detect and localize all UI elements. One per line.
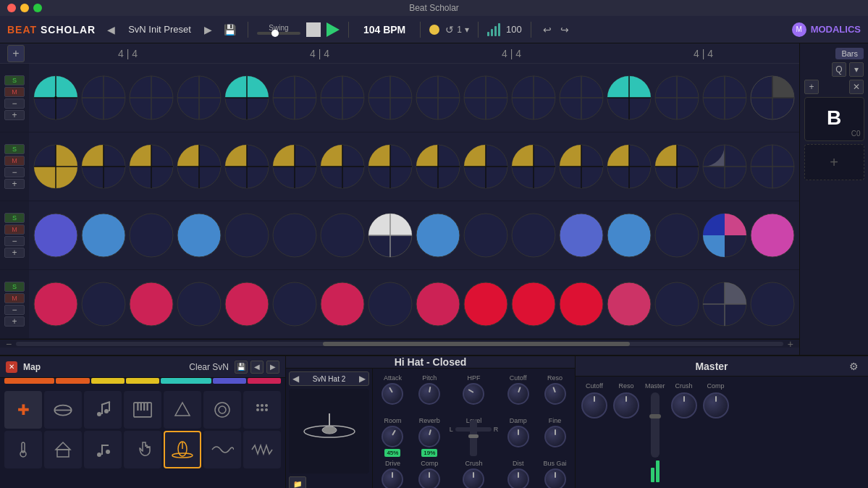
pad-2-5[interactable] — [272, 213, 317, 258]
bpm-display[interactable]: 104 BPM — [358, 24, 411, 35]
pad-0-5[interactable] — [272, 75, 317, 120]
pad-2-10[interactable] — [511, 213, 556, 258]
pad-0-15[interactable] — [750, 75, 795, 120]
mute-button-0[interactable]: M — [4, 87, 25, 97]
sb-cell-circle[interactable] — [203, 391, 241, 429]
pad-1-2[interactable] — [129, 144, 174, 189]
pad-0-11[interactable] — [559, 75, 604, 120]
swing-slider[interactable] — [257, 32, 300, 35]
sb-cell-triangle[interactable] — [164, 391, 201, 429]
pad-2-2[interactable] — [129, 213, 174, 258]
rp-add-btn[interactable]: + — [804, 80, 819, 94]
pad-1-15[interactable] — [750, 144, 795, 189]
pad-0-7[interactable] — [368, 75, 413, 120]
minimize-button[interactable] — [20, 4, 29, 12]
swing-knob[interactable] — [271, 30, 279, 37]
solo-button-1[interactable]: S — [4, 144, 25, 154]
knob-fine[interactable] — [544, 426, 566, 447]
pad-3-10[interactable] — [511, 282, 556, 327]
pad-2-11[interactable] — [559, 213, 604, 258]
sb-cell-thermometer[interactable] — [4, 431, 42, 468]
pad-3-9[interactable] — [463, 282, 508, 327]
metronome-indicator[interactable] — [429, 25, 439, 35]
scroll-plus[interactable]: + — [788, 338, 793, 350]
level-fader[interactable] — [470, 434, 477, 456]
sb-cell-piano[interactable] — [124, 391, 161, 429]
pad-0-12[interactable] — [607, 75, 652, 120]
mp-crush-knob[interactable] — [671, 392, 697, 418]
volume-control[interactable] — [487, 23, 500, 36]
knob-hpf[interactable] — [463, 383, 484, 405]
knob-pitch[interactable] — [418, 383, 440, 405]
mp-cutoff-knob[interactable] — [581, 392, 607, 418]
sb-cell-notes[interactable] — [84, 391, 122, 429]
pad-3-0[interactable] — [33, 282, 78, 327]
pad-3-2[interactable] — [129, 282, 174, 327]
knob-drive[interactable] — [382, 468, 403, 488]
mp-comp-knob[interactable] — [703, 392, 729, 418]
pad-0-4[interactable] — [224, 75, 269, 120]
knob-room[interactable] — [382, 426, 403, 447]
pad-1-6[interactable] — [320, 144, 365, 189]
pad-2-6[interactable] — [320, 213, 365, 258]
modalics-icon[interactable]: M — [792, 22, 806, 37]
vol-up-1[interactable]: + — [4, 179, 25, 189]
pad-2-15[interactable] — [750, 213, 795, 258]
pad-0-1[interactable] — [81, 75, 126, 120]
knob-dist[interactable] — [507, 468, 529, 488]
pad-2-13[interactable] — [654, 213, 699, 258]
pad-0-0[interactable] — [33, 75, 78, 120]
play-button[interactable] — [326, 22, 340, 37]
rp-close-btn[interactable]: ✕ — [849, 80, 864, 94]
sb-cell-plus[interactable]: ✚ — [4, 391, 42, 429]
mute-button-2[interactable]: M — [4, 224, 25, 235]
preset-selector[interactable]: ◀ SvN Hat 2 ▶ — [289, 371, 369, 386]
pad-3-1[interactable] — [81, 282, 126, 327]
prev-preset-button[interactable]: ◀ — [104, 22, 118, 37]
scrollbar-track[interactable] — [16, 342, 783, 346]
sb-next-btn[interactable]: ▶ — [266, 361, 279, 374]
pad-3-5[interactable] — [272, 282, 317, 327]
pad-2-1[interactable] — [81, 213, 126, 258]
pad-0-14[interactable] — [702, 75, 747, 120]
pad-1-12[interactable] — [607, 144, 652, 189]
solo-button-3[interactable]: S — [4, 282, 25, 292]
sb-prev-btn[interactable]: ◀ — [250, 361, 264, 374]
vol-up-3[interactable]: + — [4, 316, 25, 327]
pad-2-9[interactable] — [463, 213, 508, 258]
pad-1-4[interactable] — [224, 144, 269, 189]
mp-reso-knob[interactable] — [613, 392, 639, 418]
modalics-label[interactable]: MODALICS — [811, 24, 861, 35]
pad-0-9[interactable] — [463, 75, 508, 120]
vol-down-0[interactable]: − — [4, 98, 25, 109]
knob-reverb[interactable] — [418, 426, 440, 447]
pad-3-12[interactable] — [607, 282, 652, 327]
vol-up-0[interactable]: + — [4, 110, 25, 120]
scroll-minus[interactable]: − — [6, 338, 12, 350]
pad-3-11[interactable] — [559, 282, 604, 327]
pad-3-15[interactable] — [750, 282, 795, 327]
pad-0-3[interactable] — [177, 75, 222, 120]
save-button[interactable]: 💾 — [221, 22, 239, 37]
pad-1-10[interactable] — [511, 144, 556, 189]
scrollbar-thumb[interactable] — [323, 342, 630, 346]
preset-prev-btn[interactable]: ◀ — [292, 374, 299, 384]
vol-down-3[interactable]: − — [4, 305, 25, 315]
pad-1-3[interactable] — [177, 144, 222, 189]
solo-button-0[interactable]: S — [4, 75, 25, 85]
sb-cell-hand[interactable] — [124, 431, 161, 468]
pad-2-8[interactable] — [416, 213, 460, 258]
level-fader-track[interactable] — [470, 420, 477, 456]
play-preset-button[interactable]: ▶ — [201, 22, 215, 37]
sb-save-btn[interactable]: 💾 — [235, 361, 248, 374]
pad-2-7[interactable] — [368, 213, 413, 258]
chord-add-box[interactable]: + — [804, 144, 864, 180]
rp-arrow-btn[interactable]: ▾ — [849, 62, 864, 77]
pad-0-2[interactable] — [129, 75, 174, 120]
sb-cell-wave2[interactable] — [243, 431, 281, 468]
knob-attack[interactable] — [382, 383, 403, 405]
knob-comp[interactable] — [418, 468, 440, 488]
vol-up-2[interactable]: + — [4, 248, 25, 258]
pad-1-11[interactable] — [559, 144, 604, 189]
add-track-button[interactable]: + — [7, 45, 25, 62]
